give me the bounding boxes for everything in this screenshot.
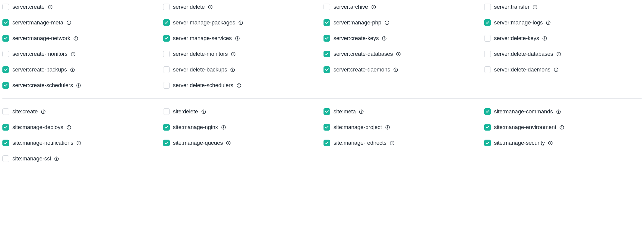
info-icon[interactable]: [66, 125, 71, 130]
permission-item[interactable]: site:manage-project: [324, 124, 481, 131]
info-icon[interactable]: [66, 20, 71, 25]
info-icon[interactable]: [238, 20, 243, 25]
info-icon[interactable]: [371, 5, 376, 10]
permission-item[interactable]: site:manage-notifications: [2, 140, 160, 146]
permission-item[interactable]: server:delete: [163, 4, 321, 10]
permission-checkbox[interactable]: [324, 140, 330, 146]
info-icon[interactable]: [221, 125, 226, 130]
permission-item[interactable]: server:delete-monitors: [163, 51, 321, 57]
permission-item[interactable]: server:delete-schedulers: [163, 82, 321, 89]
permission-item[interactable]: site:manage-ssl: [2, 155, 160, 162]
info-icon[interactable]: [382, 36, 387, 41]
permission-checkbox[interactable]: [484, 140, 491, 146]
info-icon[interactable]: [231, 52, 236, 57]
permission-checkbox[interactable]: [163, 140, 170, 146]
permission-checkbox[interactable]: [163, 124, 170, 131]
permission-checkbox[interactable]: [163, 108, 170, 115]
permission-item[interactable]: server:manage-services: [163, 35, 321, 42]
info-icon[interactable]: [71, 52, 76, 57]
permission-item[interactable]: site:manage-deploys: [2, 124, 160, 131]
permission-item[interactable]: site:create: [2, 108, 160, 115]
permission-checkbox[interactable]: [2, 66, 9, 73]
permission-item[interactable]: site:manage-redirects: [324, 140, 481, 146]
permission-checkbox[interactable]: [484, 66, 491, 73]
info-icon[interactable]: [235, 36, 240, 41]
info-icon[interactable]: [396, 52, 401, 57]
permission-item[interactable]: server:delete-daemons: [484, 66, 642, 73]
info-icon[interactable]: [54, 156, 59, 161]
permission-checkbox[interactable]: [2, 108, 9, 115]
info-icon[interactable]: [236, 83, 242, 88]
permission-checkbox[interactable]: [484, 19, 491, 26]
permission-item[interactable]: site:manage-nginx: [163, 124, 321, 131]
permission-checkbox[interactable]: [2, 140, 9, 146]
permission-checkbox[interactable]: [324, 35, 330, 42]
permission-checkbox[interactable]: [163, 66, 170, 73]
info-icon[interactable]: [554, 67, 559, 72]
info-icon[interactable]: [546, 20, 551, 25]
permission-item[interactable]: server:delete-databases: [484, 51, 642, 57]
permission-item[interactable]: site:manage-security: [484, 140, 642, 146]
permission-item[interactable]: server:create-daemons: [324, 66, 481, 73]
info-icon[interactable]: [41, 109, 46, 114]
permission-item[interactable]: server:delete-keys: [484, 35, 642, 42]
permission-checkbox[interactable]: [484, 4, 491, 10]
info-icon[interactable]: [226, 141, 231, 146]
info-icon[interactable]: [70, 67, 75, 72]
permission-checkbox[interactable]: [484, 35, 491, 42]
permission-checkbox[interactable]: [163, 19, 170, 26]
info-icon[interactable]: [542, 36, 547, 41]
info-icon[interactable]: [385, 125, 390, 130]
permission-checkbox[interactable]: [324, 66, 330, 73]
permission-item[interactable]: server:create-backups: [2, 66, 160, 73]
info-icon[interactable]: [556, 52, 561, 57]
info-icon[interactable]: [73, 36, 78, 41]
info-icon[interactable]: [556, 109, 561, 114]
permission-item[interactable]: server:manage-meta: [2, 19, 160, 26]
permission-checkbox[interactable]: [324, 51, 330, 57]
info-icon[interactable]: [76, 83, 81, 88]
permission-checkbox[interactable]: [163, 4, 170, 10]
permission-item[interactable]: server:manage-packages: [163, 19, 321, 26]
permission-item[interactable]: server:create-monitors: [2, 51, 160, 57]
permission-item[interactable]: server:delete-backups: [163, 66, 321, 73]
permission-item[interactable]: site:meta: [324, 108, 481, 115]
info-icon[interactable]: [48, 5, 53, 10]
info-icon[interactable]: [201, 109, 206, 114]
info-icon[interactable]: [230, 67, 235, 72]
permission-checkbox[interactable]: [324, 19, 330, 26]
permission-item[interactable]: site:manage-queues: [163, 140, 321, 146]
permission-item[interactable]: site:manage-environment: [484, 124, 642, 131]
permission-item[interactable]: server:create-schedulers: [2, 82, 160, 89]
permission-checkbox[interactable]: [324, 108, 330, 115]
permission-checkbox[interactable]: [484, 108, 491, 115]
permission-checkbox[interactable]: [163, 82, 170, 89]
permission-item[interactable]: site:manage-commands: [484, 108, 642, 115]
permission-item[interactable]: server:archive: [324, 4, 481, 10]
permission-checkbox[interactable]: [2, 4, 9, 10]
permission-checkbox[interactable]: [2, 155, 9, 162]
permission-item[interactable]: server:manage-logs: [484, 19, 642, 26]
permission-checkbox[interactable]: [2, 35, 9, 42]
permission-item[interactable]: server:transfer: [484, 4, 642, 10]
permission-checkbox[interactable]: [484, 124, 491, 131]
permission-checkbox[interactable]: [324, 124, 330, 131]
info-icon[interactable]: [76, 141, 81, 146]
permission-checkbox[interactable]: [163, 51, 170, 57]
permission-checkbox[interactable]: [2, 51, 9, 57]
info-icon[interactable]: [208, 5, 213, 10]
permission-item[interactable]: server:create-keys: [324, 35, 481, 42]
info-icon[interactable]: [390, 141, 395, 146]
info-icon[interactable]: [548, 141, 553, 146]
info-icon[interactable]: [359, 109, 364, 114]
permission-item[interactable]: site:delete: [163, 108, 321, 115]
permission-checkbox[interactable]: [163, 35, 170, 42]
permission-checkbox[interactable]: [2, 19, 9, 26]
permission-item[interactable]: server:manage-php: [324, 19, 481, 26]
permission-item[interactable]: server:manage-network: [2, 35, 160, 42]
permission-item[interactable]: server:create: [2, 4, 160, 10]
permission-checkbox[interactable]: [2, 124, 9, 131]
info-icon[interactable]: [559, 125, 564, 130]
permission-checkbox[interactable]: [324, 4, 330, 10]
permission-checkbox[interactable]: [484, 51, 491, 57]
